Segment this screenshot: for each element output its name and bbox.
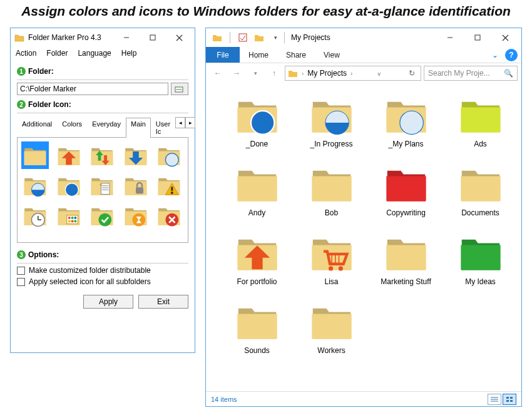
tab-main[interactable]: Main [126, 118, 151, 138]
icon-choice-folder-dots[interactable] [55, 202, 83, 229]
icon-choice-folder-clock[interactable] [21, 202, 49, 229]
folder-icon [309, 299, 354, 344]
menu-language[interactable]: Language [78, 49, 111, 58]
folder-path-input[interactable] [17, 83, 168, 95]
folder-item[interactable]: Copywriting [370, 161, 442, 217]
tab-scroll-right[interactable]: ▸ [185, 117, 195, 128]
breadcrumb-sep-icon[interactable]: › [302, 70, 304, 77]
folder-item[interactable]: _My Plans [370, 92, 442, 148]
folder-item[interactable]: _Done [221, 92, 293, 148]
icon-choice-folder-pie-full[interactable] [55, 172, 83, 199]
folder-icon [458, 92, 503, 137]
folder-item[interactable]: Documents [444, 161, 516, 217]
ribbon-view-tab[interactable]: View [315, 47, 349, 63]
icon-choice-folder-hourglass[interactable] [122, 202, 150, 229]
svg-rect-16 [171, 187, 173, 190]
nav-forward-icon[interactable]: → [228, 66, 245, 81]
view-large-icons-icon[interactable] [503, 394, 516, 405]
icon-choice-folder-lock[interactable] [122, 172, 150, 199]
address-dropdown-icon[interactable]: v [373, 69, 386, 78]
refresh-icon[interactable]: ↻ [406, 69, 418, 78]
option-subfolders[interactable]: Apply selected icon for all subfolders [17, 277, 188, 286]
folder-icon [384, 92, 429, 137]
checkbox[interactable] [17, 278, 25, 286]
minimize-button[interactable] [436, 29, 464, 46]
svg-point-6 [178, 89, 180, 90]
explorer-content[interactable]: _Done _In Progress _My Plans Ads Andy Bo… [206, 83, 521, 391]
close-button[interactable] [166, 29, 192, 46]
ribbon-share-tab[interactable]: Share [277, 47, 315, 63]
menu-action[interactable]: Action [16, 49, 36, 58]
folder-item[interactable]: Marketing Stuff [370, 230, 442, 286]
folder-item[interactable]: My Ideas [444, 230, 516, 286]
qat-new-folder-icon[interactable] [253, 31, 265, 44]
divider [17, 113, 188, 113]
icon-choice-folder-pie-half[interactable] [21, 172, 49, 199]
folder-item[interactable]: Bob [295, 161, 367, 217]
icon-choice-folder-deny[interactable] [155, 202, 183, 229]
divider [230, 32, 230, 43]
explorer-titlebar[interactable]: ▾ My Projects [206, 28, 521, 47]
maximize-button[interactable] [464, 29, 491, 46]
icon-choice-folder-document[interactable] [88, 172, 116, 199]
status-bar: 14 items [206, 391, 521, 406]
tab-scroll-left[interactable]: ◂ [175, 117, 185, 128]
nav-history-icon[interactable]: ▾ [247, 66, 263, 81]
minimize-button[interactable] [113, 29, 140, 46]
fm-titlebar[interactable]: Folder Marker Pro 4.3 [11, 28, 195, 47]
folder-item[interactable]: Andy [221, 161, 293, 217]
apply-button[interactable]: Apply [83, 295, 133, 309]
tab-user-icons[interactable]: User Ic [151, 118, 175, 138]
browse-folder-button[interactable] [171, 83, 188, 95]
folder-item[interactable]: Lisa [295, 230, 367, 286]
search-input[interactable]: Search My Proje... 🔍 [424, 66, 518, 81]
folder-item[interactable]: Sounds [221, 299, 293, 355]
tab-everyday[interactable]: Everyday [87, 118, 126, 138]
svg-point-25 [68, 220, 70, 223]
icon-choice-folder-warning[interactable] [155, 172, 183, 199]
checkbox[interactable] [17, 267, 25, 275]
close-button[interactable] [491, 29, 519, 46]
nav-up-icon[interactable]: ↑ [266, 66, 282, 81]
ribbon: File Home Share View ⌄ ? [206, 47, 521, 63]
status-item-count: 14 items [211, 396, 237, 403]
nav-back-icon[interactable]: ← [210, 66, 226, 81]
option-distributable[interactable]: Make customized folder distributable [17, 266, 188, 275]
fm-title-text: Folder Marker Pro 4.3 [28, 33, 113, 42]
breadcrumb-item[interactable]: My Projects [307, 69, 347, 78]
folder-item[interactable]: _In Progress [295, 92, 367, 148]
folder-item[interactable]: Workers [295, 299, 367, 355]
qat-folder-icon[interactable] [211, 31, 223, 44]
folder-item[interactable]: Ads [444, 92, 516, 148]
qat-properties-icon[interactable] [237, 31, 249, 44]
svg-rect-15 [136, 187, 143, 193]
address-bar[interactable]: › My Projects › v ↻ [285, 66, 421, 81]
headline: Assign colors and icons to Windows folde… [0, 0, 532, 28]
tab-colors[interactable]: Colors [57, 118, 87, 138]
qat-dropdown[interactable]: ▾ [269, 31, 282, 44]
icon-choice-folder-pie-empty[interactable] [155, 141, 183, 169]
svg-point-38 [250, 111, 274, 134]
ribbon-file-tab[interactable]: File [206, 47, 240, 63]
menu-help[interactable]: Help [121, 49, 137, 58]
maximize-button[interactable] [140, 29, 166, 46]
tab-additional[interactable]: Additional [17, 118, 57, 138]
icon-choice-folder-up-arrow[interactable] [55, 141, 83, 169]
help-icon[interactable]: ? [505, 49, 518, 61]
ribbon-expand-icon[interactable]: ⌄ [489, 47, 501, 63]
icon-choice-plain-folder[interactable] [21, 141, 49, 169]
view-details-icon[interactable] [488, 394, 501, 405]
folder-marker-appicon [14, 33, 24, 43]
breadcrumb-sep-icon[interactable]: › [350, 70, 352, 77]
exit-button[interactable]: Exit [138, 295, 188, 309]
nav-toolbar: ← → ▾ ↑ › My Projects › v ↻ Search My Pr… [206, 63, 521, 83]
svg-rect-11 [101, 183, 110, 195]
icon-choice-folder-updown-arrow[interactable] [88, 141, 116, 169]
icon-choice-folder-down-arrow[interactable] [122, 141, 150, 169]
menu-folder[interactable]: Folder [46, 49, 68, 58]
folder-item[interactable]: For portfolio [221, 230, 293, 286]
ribbon-home-tab[interactable]: Home [240, 47, 277, 63]
folder-label: Documents [461, 208, 499, 217]
svg-rect-35 [475, 35, 480, 40]
icon-choice-folder-check[interactable] [88, 202, 116, 229]
